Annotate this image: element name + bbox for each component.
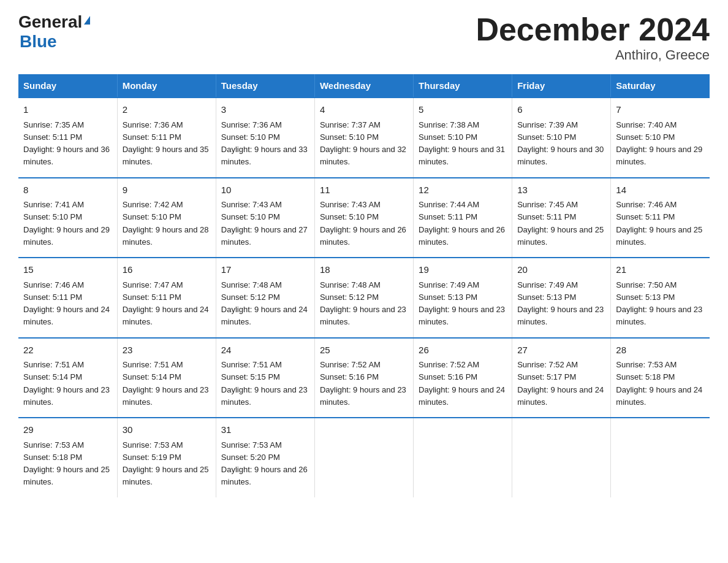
- cell-week1-day1: 2Sunrise: 7:36 AMSunset: 5:11 PMDaylight…: [117, 98, 216, 178]
- day-info: Sunrise: 7:46 AMSunset: 5:11 PMDaylight:…: [616, 200, 702, 247]
- day-info: Sunrise: 7:45 AMSunset: 5:11 PMDaylight:…: [517, 200, 604, 247]
- cell-week2-day4: 12Sunrise: 7:44 AMSunset: 5:11 PMDayligh…: [414, 178, 512, 258]
- day-number: 6: [517, 103, 605, 117]
- day-number: 12: [419, 183, 507, 197]
- day-info: Sunrise: 7:51 AMSunset: 5:14 PMDaylight:…: [123, 360, 209, 407]
- day-number: 7: [616, 103, 705, 117]
- cell-week2-day6: 14Sunrise: 7:46 AMSunset: 5:11 PMDayligh…: [611, 178, 710, 258]
- cell-week5-day2: 31Sunrise: 7:53 AMSunset: 5:20 PMDayligh…: [216, 418, 314, 497]
- cell-week2-day0: 8Sunrise: 7:41 AMSunset: 5:10 PMDaylight…: [18, 178, 117, 258]
- logo-general-text: General: [18, 12, 82, 32]
- day-number: 28: [616, 343, 705, 358]
- day-number: 21: [616, 263, 705, 277]
- calendar-header: Sunday Monday Tuesday Wednesday Thursday…: [18, 74, 710, 98]
- day-info: Sunrise: 7:47 AMSunset: 5:11 PMDaylight:…: [123, 280, 209, 327]
- day-number: 3: [221, 103, 309, 117]
- day-info: Sunrise: 7:52 AMSunset: 5:16 PMDaylight:…: [419, 360, 505, 407]
- day-number: 19: [419, 263, 507, 277]
- day-info: Sunrise: 7:48 AMSunset: 5:12 PMDaylight:…: [320, 280, 406, 327]
- day-info: Sunrise: 7:51 AMSunset: 5:15 PMDaylight:…: [221, 360, 308, 407]
- cell-week5-day0: 29Sunrise: 7:53 AMSunset: 5:18 PMDayligh…: [18, 418, 117, 497]
- cell-week3-day3: 18Sunrise: 7:48 AMSunset: 5:12 PMDayligh…: [314, 258, 413, 338]
- cell-week4-day4: 26Sunrise: 7:52 AMSunset: 5:16 PMDayligh…: [414, 338, 512, 418]
- day-number: 25: [320, 343, 408, 358]
- day-number: 31: [221, 423, 309, 437]
- page-header: General Blue December 2024 Anthiro, Gree…: [18, 12, 710, 63]
- cell-week3-day2: 17Sunrise: 7:48 AMSunset: 5:12 PMDayligh…: [216, 258, 314, 338]
- day-info: Sunrise: 7:49 AMSunset: 5:13 PMDaylight:…: [419, 280, 505, 327]
- cell-week4-day3: 25Sunrise: 7:52 AMSunset: 5:16 PMDayligh…: [314, 338, 413, 418]
- cell-week1-day2: 3Sunrise: 7:36 AMSunset: 5:10 PMDaylight…: [216, 98, 314, 178]
- header-wednesday: Wednesday: [314, 74, 413, 98]
- cell-week4-day5: 27Sunrise: 7:52 AMSunset: 5:17 PMDayligh…: [512, 338, 611, 418]
- week-row-2: 8Sunrise: 7:41 AMSunset: 5:10 PMDaylight…: [18, 178, 710, 258]
- day-number: 13: [517, 183, 605, 197]
- day-number: 2: [123, 103, 211, 117]
- day-info: Sunrise: 7:46 AMSunset: 5:11 PMDaylight:…: [23, 280, 110, 327]
- day-info: Sunrise: 7:36 AMSunset: 5:10 PMDaylight:…: [221, 120, 308, 167]
- cell-week5-day6: [611, 418, 710, 497]
- cell-week5-day4: [414, 418, 512, 497]
- logo-blue-text: Blue: [20, 32, 57, 51]
- cell-week1-day6: 7Sunrise: 7:40 AMSunset: 5:10 PMDaylight…: [611, 98, 710, 178]
- week-row-5: 29Sunrise: 7:53 AMSunset: 5:18 PMDayligh…: [18, 418, 710, 497]
- cell-week4-day2: 24Sunrise: 7:51 AMSunset: 5:15 PMDayligh…: [216, 338, 314, 418]
- day-info: Sunrise: 7:53 AMSunset: 5:18 PMDaylight:…: [616, 360, 702, 407]
- day-info: Sunrise: 7:50 AMSunset: 5:13 PMDaylight:…: [616, 280, 702, 327]
- day-number: 14: [616, 183, 705, 197]
- day-number: 10: [221, 183, 309, 197]
- day-info: Sunrise: 7:52 AMSunset: 5:17 PMDaylight:…: [517, 360, 604, 407]
- day-number: 1: [23, 103, 112, 117]
- logo: General Blue: [18, 12, 90, 52]
- calendar-table: Sunday Monday Tuesday Wednesday Thursday…: [18, 74, 710, 497]
- day-info: Sunrise: 7:51 AMSunset: 5:14 PMDaylight:…: [23, 360, 110, 407]
- day-number: 11: [320, 183, 408, 197]
- day-info: Sunrise: 7:48 AMSunset: 5:12 PMDaylight:…: [221, 280, 308, 327]
- day-info: Sunrise: 7:36 AMSunset: 5:11 PMDaylight:…: [123, 120, 209, 167]
- cell-week5-day1: 30Sunrise: 7:53 AMSunset: 5:19 PMDayligh…: [117, 418, 216, 497]
- cell-week3-day4: 19Sunrise: 7:49 AMSunset: 5:13 PMDayligh…: [414, 258, 512, 338]
- day-info: Sunrise: 7:53 AMSunset: 5:20 PMDaylight:…: [221, 440, 308, 487]
- day-info: Sunrise: 7:53 AMSunset: 5:19 PMDaylight:…: [123, 440, 209, 487]
- cell-week4-day0: 22Sunrise: 7:51 AMSunset: 5:14 PMDayligh…: [18, 338, 117, 418]
- day-info: Sunrise: 7:44 AMSunset: 5:11 PMDaylight:…: [419, 200, 505, 247]
- day-number: 29: [23, 423, 112, 437]
- cell-week4-day1: 23Sunrise: 7:51 AMSunset: 5:14 PMDayligh…: [117, 338, 216, 418]
- day-number: 4: [320, 103, 408, 117]
- calendar-body: 1Sunrise: 7:35 AMSunset: 5:11 PMDaylight…: [18, 98, 710, 497]
- day-info: Sunrise: 7:41 AMSunset: 5:10 PMDaylight:…: [23, 200, 110, 247]
- week-row-1: 1Sunrise: 7:35 AMSunset: 5:11 PMDaylight…: [18, 98, 710, 178]
- logo-triangle-icon: [84, 16, 90, 25]
- cell-week4-day6: 28Sunrise: 7:53 AMSunset: 5:18 PMDayligh…: [611, 338, 710, 418]
- cell-week1-day5: 6Sunrise: 7:39 AMSunset: 5:10 PMDaylight…: [512, 98, 611, 178]
- week-row-4: 22Sunrise: 7:51 AMSunset: 5:14 PMDayligh…: [18, 338, 710, 418]
- cell-week2-day5: 13Sunrise: 7:45 AMSunset: 5:11 PMDayligh…: [512, 178, 611, 258]
- day-info: Sunrise: 7:43 AMSunset: 5:10 PMDaylight:…: [320, 200, 406, 247]
- calendar-title: December 2024: [476, 12, 710, 47]
- cell-week1-day4: 5Sunrise: 7:38 AMSunset: 5:10 PMDaylight…: [414, 98, 512, 178]
- cell-week3-day0: 15Sunrise: 7:46 AMSunset: 5:11 PMDayligh…: [18, 258, 117, 338]
- calendar-subtitle: Anthiro, Greece: [476, 47, 710, 63]
- cell-week3-day5: 20Sunrise: 7:49 AMSunset: 5:13 PMDayligh…: [512, 258, 611, 338]
- day-number: 26: [419, 343, 507, 358]
- title-block: December 2024 Anthiro, Greece: [476, 12, 710, 63]
- cell-week1-day0: 1Sunrise: 7:35 AMSunset: 5:11 PMDaylight…: [18, 98, 117, 178]
- day-info: Sunrise: 7:39 AMSunset: 5:10 PMDaylight:…: [517, 120, 604, 167]
- day-number: 30: [123, 423, 211, 437]
- day-info: Sunrise: 7:38 AMSunset: 5:10 PMDaylight:…: [419, 120, 505, 167]
- day-number: 16: [123, 263, 211, 277]
- day-info: Sunrise: 7:43 AMSunset: 5:10 PMDaylight:…: [221, 200, 308, 247]
- week-row-3: 15Sunrise: 7:46 AMSunset: 5:11 PMDayligh…: [18, 258, 710, 338]
- day-info: Sunrise: 7:40 AMSunset: 5:10 PMDaylight:…: [616, 120, 702, 167]
- day-number: 18: [320, 263, 408, 277]
- day-number: 22: [23, 343, 112, 358]
- cell-week2-day3: 11Sunrise: 7:43 AMSunset: 5:10 PMDayligh…: [314, 178, 413, 258]
- header-monday: Monday: [117, 74, 216, 98]
- day-info: Sunrise: 7:42 AMSunset: 5:10 PMDaylight:…: [123, 200, 209, 247]
- cell-week1-day3: 4Sunrise: 7:37 AMSunset: 5:10 PMDaylight…: [314, 98, 413, 178]
- day-number: 20: [517, 263, 605, 277]
- day-number: 23: [123, 343, 211, 358]
- day-number: 15: [23, 263, 112, 277]
- day-number: 8: [23, 183, 112, 197]
- cell-week5-day3: [314, 418, 413, 497]
